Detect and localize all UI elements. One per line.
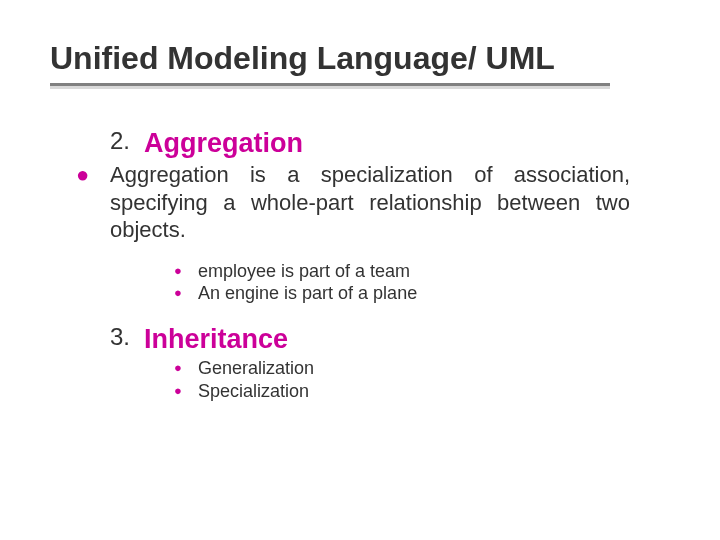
list-number: 2. (110, 127, 144, 155)
sublist: ● employee is part of a team ● An engine… (174, 260, 630, 305)
list-heading: Aggregation (144, 127, 303, 159)
sublist-text: employee is part of a team (198, 260, 410, 283)
list-number: 3. (110, 323, 144, 351)
sublist-text: Generalization (198, 357, 314, 380)
bullet-icon: ● (76, 161, 110, 189)
list-heading: Inheritance (144, 323, 288, 355)
list-description-row: ● Aggregation is a specialization of ass… (76, 161, 630, 244)
sublist-text: Specialization (198, 380, 309, 403)
slide-body: 2. Aggregation ● Aggregation is a specia… (110, 127, 630, 402)
sublist-item: ● Specialization (174, 380, 630, 403)
title-underline (50, 83, 610, 89)
sublist-item: ● An engine is part of a plane (174, 282, 630, 305)
sublist-item: ● employee is part of a team (174, 260, 630, 283)
list-description: Aggregation is a specialization of assoc… (110, 161, 630, 244)
list-item: 2. Aggregation (110, 127, 630, 159)
slide-title: Unified Modeling Language/ UML (50, 40, 670, 77)
slide: Unified Modeling Language/ UML 2. Aggreg… (0, 0, 720, 540)
bullet-icon: ● (174, 282, 198, 304)
bullet-icon: ● (174, 260, 198, 282)
sublist-text: An engine is part of a plane (198, 282, 417, 305)
sublist-item: ● Generalization (174, 357, 630, 380)
bullet-icon: ● (174, 357, 198, 379)
bullet-icon: ● (174, 380, 198, 402)
sublist: ● Generalization ● Specialization (174, 357, 630, 402)
list-item: 3. Inheritance (110, 323, 630, 355)
